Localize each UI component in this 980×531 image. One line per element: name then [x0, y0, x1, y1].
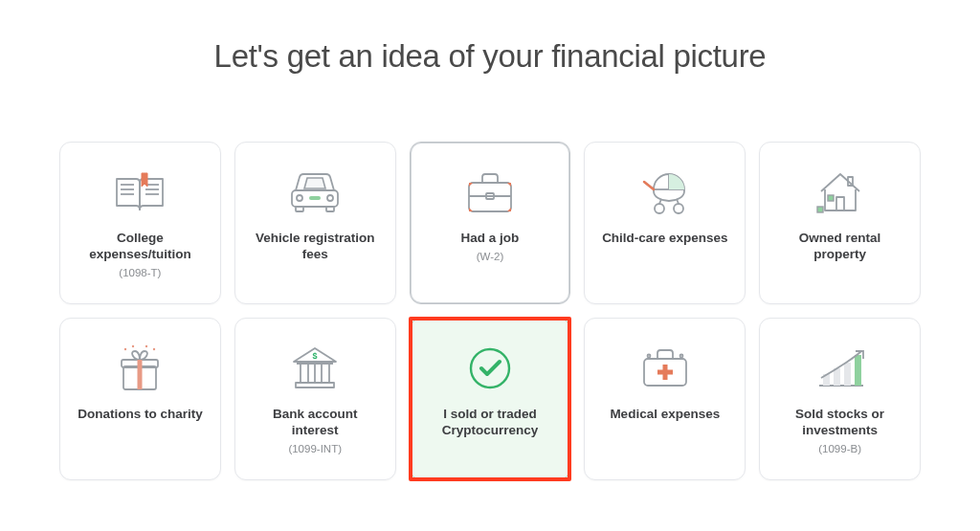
- card-label: Vehicle registration fees: [248, 231, 382, 263]
- card-label: Donations to charity: [78, 407, 203, 423]
- card-label: Owned rental property: [773, 231, 907, 263]
- card-sub: (1099-INT): [288, 443, 342, 454]
- card-bank-interest[interactable]: $ Bank account interest (1099-INT): [234, 318, 396, 480]
- card-label: Bank account interest: [248, 407, 382, 439]
- gift-icon: [116, 338, 164, 399]
- card-label: I sold or traded Cryptocurrency: [423, 407, 557, 439]
- card-had-a-job[interactable]: Had a job (W-2): [410, 142, 571, 304]
- svg-rect-21: [836, 197, 844, 210]
- card-label: College expenses/tuition: [73, 231, 207, 263]
- svg-rect-7: [296, 207, 303, 211]
- card-sub: (1098-T): [119, 267, 161, 278]
- svg-rect-33: [296, 383, 334, 387]
- card-stocks[interactable]: Sold stocks or investments (1099-B): [759, 318, 921, 480]
- house-icon: [813, 162, 867, 223]
- svg-rect-23: [828, 195, 834, 201]
- card-donations[interactable]: Donations to charity: [59, 318, 221, 480]
- svg-point-44: [679, 355, 682, 358]
- svg-rect-8: [326, 207, 334, 211]
- svg-rect-28: [138, 360, 143, 389]
- svg-point-29: [124, 348, 126, 350]
- card-child-care[interactable]: Child-care expenses: [584, 142, 746, 304]
- svg-point-9: [297, 195, 302, 201]
- card-vehicle-registration[interactable]: Vehicle registration fees: [234, 142, 396, 304]
- card-crypto[interactable]: I sold or traded Cryptocurrency: [410, 318, 571, 480]
- svg-point-18: [674, 204, 683, 213]
- briefcase-icon: [463, 162, 517, 223]
- card-rental-property[interactable]: Owned rental property: [759, 142, 921, 304]
- card-label: Had a job: [461, 231, 520, 247]
- svg-point-10: [327, 195, 333, 201]
- category-grid: College expenses/tuition (1098-T): [59, 142, 921, 480]
- car-icon: [286, 162, 344, 223]
- svg-rect-24: [817, 207, 823, 212]
- card-label: Child-care expenses: [602, 231, 727, 247]
- svg-point-32: [153, 348, 155, 350]
- svg-rect-46: [657, 370, 673, 375]
- svg-point-43: [647, 355, 650, 358]
- card-college-expenses[interactable]: College expenses/tuition (1098-T): [59, 142, 221, 304]
- svg-rect-11: [309, 196, 321, 200]
- card-label: Medical expenses: [610, 407, 720, 423]
- stroller-icon: [640, 162, 690, 223]
- svg-rect-51: [855, 355, 861, 386]
- book-icon: [113, 162, 167, 223]
- check-icon: [466, 338, 514, 399]
- bank-icon: $: [288, 338, 342, 399]
- svg-point-17: [655, 204, 664, 213]
- card-sub: (1099-B): [818, 443, 861, 454]
- medkit-icon: [638, 338, 692, 399]
- chart-icon: [813, 338, 867, 399]
- svg-point-31: [145, 345, 147, 347]
- card-sub: (W-2): [477, 251, 504, 262]
- card-label: Sold stocks or investments: [773, 407, 907, 439]
- page-title: Let's get an idea of your financial pict…: [57, 38, 923, 75]
- svg-rect-50: [844, 363, 851, 386]
- svg-text:$: $: [313, 351, 318, 361]
- svg-point-30: [132, 345, 134, 347]
- svg-rect-12: [469, 183, 511, 211]
- svg-point-41: [471, 349, 509, 387]
- card-medical[interactable]: Medical expenses: [584, 318, 746, 480]
